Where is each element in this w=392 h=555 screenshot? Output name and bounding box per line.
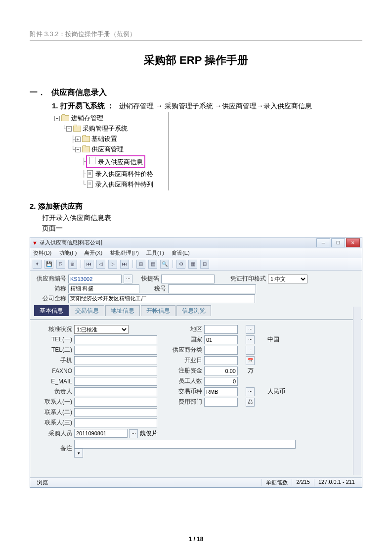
label: 负责人 [35, 387, 72, 396]
open-date-input[interactable] [204, 356, 238, 365]
menu-item[interactable]: 功能(F) [59, 250, 77, 256]
label: 开业日 [160, 356, 202, 365]
label: 国家 [160, 335, 202, 344]
label: 凭证打印格式 [217, 275, 266, 283]
menu-item[interactable]: 整批处理(P) [110, 250, 139, 256]
tab-address[interactable]: 地址信息 [105, 305, 140, 316]
form-header: 供应商编号 ⋯ 快捷码 凭证打印格式 1:中文 简称 税号 公司全称 基本信息 … [30, 271, 362, 320]
expand-icon[interactable]: + [75, 137, 81, 142]
label: 供应商分类 [160, 346, 202, 354]
lookup-icon[interactable]: ⋯ [246, 325, 255, 334]
category-input[interactable] [204, 346, 238, 355]
body-text: 打开录入供应商信息表 [42, 214, 362, 223]
expand-icon[interactable]: ▾ [74, 449, 83, 458]
print-format-select[interactable]: 1:中文 [268, 275, 307, 283]
tree-icon[interactable]: ⊟ [200, 260, 209, 269]
short-name-input[interactable] [68, 284, 139, 293]
contact2-input[interactable] [74, 408, 157, 417]
quick-code-input[interactable] [161, 275, 215, 283]
tree-item[interactable]: 录入供应商料件价格 [95, 170, 153, 179]
tab-trade[interactable]: 交易信息 [70, 305, 104, 316]
close-button[interactable]: ✕ [346, 238, 360, 247]
next-icon[interactable]: ▷ [108, 260, 117, 269]
tab-basic[interactable]: 基本信息 [34, 305, 69, 316]
org-icon[interactable]: 品 [246, 398, 255, 407]
leader-input[interactable] [74, 387, 157, 396]
buyer-name: 魏俊片 [140, 430, 158, 437]
mobile-input[interactable] [74, 356, 157, 365]
region-input[interactable] [204, 325, 238, 334]
delete-icon[interactable]: 🗑 [68, 260, 77, 269]
label: 税号 [141, 284, 166, 293]
tool-icon[interactable]: ⊞ [136, 260, 145, 269]
lookup-icon[interactable]: ⋯ [246, 387, 255, 396]
menu-item[interactable]: 窗设(E) [172, 250, 190, 256]
tab-browse[interactable]: 信息浏览 [176, 305, 211, 316]
tree-item[interactable]: 进销存管理 [71, 114, 103, 123]
lookup-icon[interactable]: ⋯ [129, 429, 138, 438]
label: 联系人(三) [35, 418, 72, 427]
contact1-input[interactable] [74, 398, 157, 407]
menu-item[interactable]: 离开(X) [84, 250, 102, 256]
tree-item[interactable]: 录入供应商料件特列 [95, 180, 153, 189]
find-icon[interactable]: 🔍 [160, 260, 169, 269]
copy-icon[interactable]: ⎘ [56, 260, 65, 269]
country-input[interactable] [204, 335, 238, 344]
lookup-icon[interactable]: ⋯ [246, 346, 255, 355]
collapse-icon[interactable]: − [75, 147, 81, 152]
menu-item[interactable]: 资料(D) [33, 250, 51, 256]
status-mode: 浏览 [33, 479, 262, 486]
employee-input[interactable] [204, 377, 238, 386]
remark-input[interactable] [74, 440, 296, 449]
tree-item[interactable]: 基础设置 [91, 135, 117, 143]
nav-path: 进销存管理 → 采购管理子系统 →供应商管理→录入供应商信息 [119, 102, 312, 110]
buyer-input[interactable] [74, 429, 128, 438]
label: FAXNO [35, 368, 72, 374]
new-icon[interactable]: ✦ [33, 260, 42, 269]
tab-open[interactable]: 开帐信息 [141, 305, 175, 316]
save-icon[interactable]: 💾 [44, 260, 53, 269]
tel2-input[interactable] [74, 346, 157, 355]
status-select[interactable]: 1:已核准 [74, 325, 129, 334]
last-icon[interactable]: ⏭ [120, 260, 129, 269]
tree-item-selected[interactable]: 录入供应商信息 [86, 155, 146, 168]
label: TEL(一) [35, 335, 72, 344]
folder-icon [82, 136, 90, 142]
calendar-icon[interactable]: 📅 [246, 356, 255, 365]
lookup-icon[interactable]: ⋯ [246, 335, 255, 344]
scrollbar[interactable] [353, 307, 361, 475]
filter-icon[interactable]: ▤ [148, 260, 157, 269]
lookup-icon[interactable]: ⋯ [124, 275, 132, 283]
label: 供应商编号 [34, 275, 66, 283]
list-icon[interactable]: ▦ [188, 260, 197, 269]
window-titlebar[interactable]: ▼ 录入供应商信息[科芯公司] ─ ☐ ✕ [30, 237, 362, 248]
currency-input[interactable] [204, 387, 238, 396]
full-name-input[interactable] [68, 294, 255, 303]
first-icon[interactable]: ⏮ [85, 260, 93, 269]
collapse-icon[interactable]: − [66, 126, 72, 132]
supplier-no-input[interactable] [68, 275, 122, 283]
menu-item[interactable]: 工具(T) [146, 250, 164, 256]
fax-input[interactable] [74, 367, 157, 375]
tel1-input[interactable] [74, 335, 157, 344]
tree-item[interactable]: 采购管理子系统 [83, 124, 128, 133]
prev-icon[interactable]: ◁ [96, 260, 105, 269]
label: E_MAIL [35, 378, 72, 385]
status-ip: 127.0.0.1 - 211 [314, 479, 359, 486]
settings-icon[interactable]: ⚙ [176, 260, 185, 269]
dept-input[interactable] [204, 398, 238, 407]
maximize-button[interactable]: ☐ [331, 238, 345, 247]
label: TEL(二) [35, 346, 72, 354]
capital-input[interactable] [204, 367, 238, 375]
minimize-button[interactable]: ─ [316, 238, 330, 247]
section-2-heading: 2. 添加新供应商 [30, 202, 362, 211]
collapse-icon[interactable]: − [54, 116, 60, 121]
doc-title: 采购部 ERP 操作手册 [30, 53, 362, 68]
app-window: ▼ 录入供应商信息[科芯公司] ─ ☐ ✕ 资料(D) 功能(F) 离开(X) … [30, 237, 362, 488]
tree-item[interactable]: 供应商管理 [91, 145, 124, 154]
email-input[interactable] [74, 377, 157, 386]
label: 公司全称 [34, 294, 66, 303]
tax-no-input[interactable] [168, 284, 256, 293]
contact3-input[interactable] [74, 418, 157, 427]
label: 采购人员 [35, 429, 72, 438]
